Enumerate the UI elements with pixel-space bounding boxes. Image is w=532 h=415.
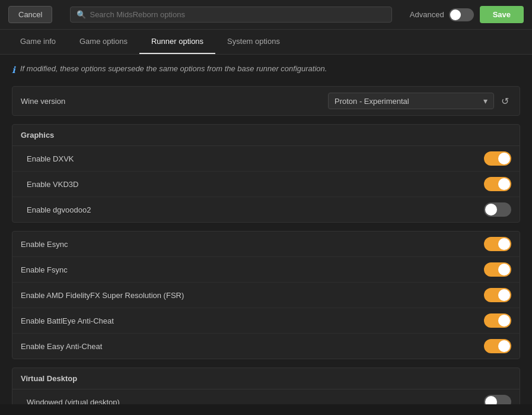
graphics-section: Graphics Enable DXVK Enable VKD3D Enable…	[12, 124, 520, 223]
content-area: ℹ If modified, these options supersede t…	[0, 55, 532, 404]
enable-fsync-label: Enable Fsync	[21, 265, 68, 274]
setting-row-esync: Enable Esync	[12, 232, 520, 257]
enable-esync-thumb	[498, 238, 510, 250]
enable-fsr-thumb	[498, 289, 510, 301]
enable-esync-label: Enable Esync	[21, 240, 68, 249]
enable-dgvoodoo2-label: Enable dgvoodoo2	[27, 205, 91, 214]
enable-vkd3d-toggle[interactable]	[484, 177, 511, 191]
setting-row-enable-dgvoodoo2: Enable dgvoodoo2	[12, 197, 520, 222]
wine-version-select-wrap: Proton - Experimental ▾ ↺	[328, 93, 511, 109]
advanced-area: Advanced	[410, 8, 474, 21]
search-input[interactable]	[90, 10, 385, 19]
windowed-label: Windowed (virtual desktop)	[27, 398, 120, 405]
graphics-section-header: Graphics	[12, 125, 520, 146]
top-bar: Cancel 🔍 Advanced Save	[0, 0, 532, 30]
chevron-down-icon: ▾	[483, 96, 488, 106]
enable-esync-toggle[interactable]	[484, 237, 511, 251]
tab-game-options[interactable]: Game options	[68, 30, 139, 54]
tabs-bar: Game info Game options Runner options Sy…	[0, 30, 532, 55]
setting-row-fsr: Enable AMD FidelityFX Super Resolution (…	[12, 283, 520, 308]
tab-system-options[interactable]: System options	[215, 30, 292, 54]
enable-dgvoodoo2-thumb	[485, 204, 497, 216]
search-icon: 🔍	[77, 10, 86, 19]
enable-eac-toggle[interactable]	[484, 339, 511, 353]
enable-battleye-thumb	[498, 315, 510, 327]
wine-version-reset-button[interactable]: ↺	[499, 94, 511, 108]
standalone-options-section: Enable Esync Enable Fsync Enable AMD Fid…	[12, 231, 520, 359]
setting-row-battleye: Enable BattlEye Anti-Cheat	[12, 308, 520, 334]
save-button[interactable]: Save	[480, 6, 524, 23]
info-icon: ℹ	[12, 65, 15, 75]
enable-fsync-thumb	[498, 264, 510, 275]
info-banner: ℹ If modified, these options supersede t…	[12, 64, 520, 75]
virtual-desktop-section: Virtual Desktop Windowed (virtual deskto…	[12, 368, 520, 404]
wine-version-row: Wine version Proton - Experimental ▾ ↺	[12, 86, 520, 116]
setting-row-windowed: Windowed (virtual desktop)	[12, 389, 520, 404]
enable-fsync-toggle[interactable]	[484, 262, 511, 277]
enable-fsr-toggle[interactable]	[484, 288, 511, 302]
windowed-toggle[interactable]	[484, 395, 511, 404]
advanced-label: Advanced	[410, 10, 444, 19]
setting-row-eac: Enable Easy Anti-Cheat	[12, 334, 520, 359]
info-text: If modified, these options supersede the…	[20, 64, 327, 73]
enable-fsr-label: Enable AMD FidelityFX Super Resolution (…	[21, 291, 184, 300]
advanced-toggle[interactable]	[449, 8, 474, 21]
enable-vkd3d-label: Enable VKD3D	[27, 180, 78, 189]
virtual-desktop-header: Virtual Desktop	[12, 368, 520, 389]
setting-row-fsync: Enable Fsync	[12, 257, 520, 283]
setting-row-enable-vkd3d: Enable VKD3D	[12, 172, 520, 197]
enable-dxvk-toggle[interactable]	[484, 151, 511, 166]
enable-dgvoodoo2-toggle[interactable]	[484, 202, 511, 217]
enable-eac-thumb	[498, 340, 510, 352]
tab-runner-options[interactable]: Runner options	[139, 30, 215, 54]
enable-battleye-toggle[interactable]	[484, 313, 511, 328]
setting-row-enable-dxvk: Enable DXVK	[12, 146, 520, 172]
windowed-thumb	[485, 396, 497, 404]
enable-eac-label: Enable Easy Anti-Cheat	[21, 342, 102, 351]
enable-vkd3d-thumb	[498, 178, 510, 190]
advanced-toggle-thumb	[450, 9, 461, 20]
tab-game-info[interactable]: Game info	[8, 30, 68, 54]
cancel-button[interactable]: Cancel	[8, 6, 52, 23]
wine-version-dropdown[interactable]: Proton - Experimental ▾	[328, 93, 494, 109]
enable-dxvk-thumb	[498, 153, 510, 164]
enable-dxvk-label: Enable DXVK	[27, 154, 74, 163]
wine-version-value: Proton - Experimental	[335, 97, 409, 106]
search-box: 🔍	[70, 7, 391, 23]
wine-version-label: Wine version	[21, 97, 65, 106]
enable-battleye-label: Enable BattlEye Anti-Cheat	[21, 316, 114, 325]
